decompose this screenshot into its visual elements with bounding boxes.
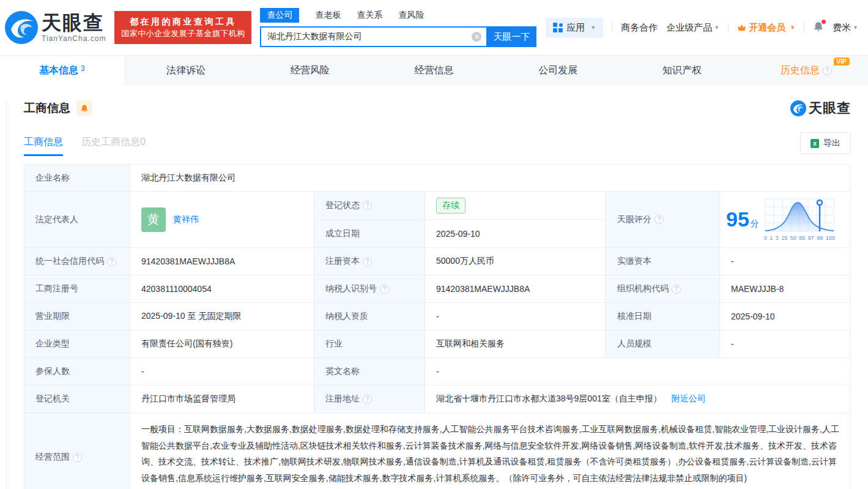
- nav-enterprise-products[interactable]: 企业级产品 ▼: [666, 22, 719, 34]
- help-icon[interactable]: ?: [363, 395, 372, 404]
- nearby-companies-link[interactable]: 附近公司: [672, 394, 706, 405]
- industry-value: 互联网和相关服务: [425, 330, 606, 357]
- chevron-down-icon: ▼: [853, 24, 858, 31]
- promo-banner: 都在用的商业查询工具 国家中小企业发展子基金旗下机构: [114, 11, 251, 44]
- section-title: 工商信息: [24, 100, 70, 116]
- vip-badge: VIP: [834, 58, 850, 65]
- industry-label: 行业: [314, 330, 425, 357]
- business-term-value: 2025-09-10 至 无固定期限: [130, 303, 314, 330]
- help-icon[interactable]: ?: [107, 257, 116, 266]
- apps-menu-button[interactable]: 应用 ▼: [546, 18, 603, 38]
- search-input[interactable]: [260, 26, 486, 47]
- business-scope-value: 一般项目：互联网数据服务,大数据服务,数据处理服务,数据处理和存储支持服务,人工…: [130, 413, 850, 489]
- chevron-down-icon: ▼: [590, 24, 596, 31]
- business-scope-label: 经营范围?: [24, 413, 130, 489]
- search-tab-company[interactable]: 查公司: [260, 8, 299, 23]
- tianyancha-watermark: 天眼查: [790, 99, 851, 118]
- legal-rep-value: 黄 黄祥伟: [130, 192, 314, 247]
- reg-authority-label: 登记机关: [24, 386, 130, 412]
- subtab-business-info[interactable]: 工商信息: [24, 136, 63, 156]
- promo-line2: 国家中小企业发展子基金旗下机构: [121, 28, 245, 40]
- legal-rep-label: 法定代表人: [24, 192, 130, 247]
- excel-icon: x: [811, 139, 819, 148]
- company-type-label: 企业类型: [24, 330, 130, 357]
- help-icon[interactable]: ?: [380, 285, 389, 294]
- establish-date-value: 2025-09-10: [425, 220, 606, 247]
- reg-number-value: 420381110004054: [130, 275, 314, 302]
- tab-operation-risk[interactable]: 经营风险: [248, 56, 372, 86]
- top-header: 天眼查 TianYanCha.com 都在用的商业查询工具 国家中小企业发展子基…: [0, 0, 868, 55]
- bell-icon: [80, 104, 89, 113]
- tab-legal-litigation[interactable]: 法律诉讼: [124, 56, 248, 86]
- search-tab-boss[interactable]: 查老板: [315, 8, 341, 23]
- nav-open-vip[interactable]: 开通会员 ▼: [737, 22, 795, 34]
- export-button[interactable]: x 导出: [800, 132, 851, 154]
- staff-size-label: 人员规模: [606, 330, 719, 357]
- score-label: 天眼评分?: [606, 192, 719, 247]
- search-tab-relation[interactable]: 查关系: [357, 8, 382, 23]
- reg-capital-label: 注册资本?: [314, 248, 425, 275]
- nav-user-menu[interactable]: 费米 ▼: [833, 22, 858, 34]
- tab-intellectual-property[interactable]: 知识产权: [620, 56, 744, 86]
- tab-company-development[interactable]: 公司发展: [496, 56, 620, 86]
- divider: [612, 23, 612, 32]
- apps-label: 应用: [566, 22, 585, 34]
- search-block: 查公司 查老板 查关系 查风险 ✕ 天眼一下: [260, 8, 536, 47]
- taxpayer-quality-value: -: [425, 303, 606, 330]
- business-term-label: 营业期限: [24, 303, 130, 330]
- credit-code-value: 91420381MAEWJJJB8A: [130, 248, 314, 275]
- score-axis-ticks: 0131550859799100: [764, 235, 835, 241]
- search-tabs: 查公司 查老板 查关系 查风险: [260, 8, 536, 23]
- paid-capital-value: -: [720, 248, 850, 275]
- search-button[interactable]: 天眼一下: [486, 26, 536, 47]
- score-value: 95分 013155085979: [720, 192, 850, 247]
- org-code-label: 组织机构代码?: [606, 275, 719, 302]
- help-icon[interactable]: ?: [73, 453, 82, 462]
- tab-count: 3: [81, 64, 85, 73]
- taxpayer-id-value: 91420381MAEWJJJB8A: [425, 275, 606, 302]
- company-detail-tabs: 基本信息 3 法律诉讼 经营风险 经营信息 公司发展 知识产权 VIP 历史信息…: [0, 55, 868, 86]
- tab-basic-info[interactable]: 基本信息 3: [0, 56, 124, 86]
- score-number: 95: [726, 207, 749, 231]
- reg-address-label: 注册地址?: [314, 386, 425, 412]
- taxpayer-quality-label: 纳税人资质: [314, 303, 425, 330]
- legal-rep-avatar[interactable]: 黄: [141, 207, 166, 232]
- help-icon[interactable]: ?: [655, 215, 664, 224]
- help-icon[interactable]: ?: [823, 66, 832, 75]
- tab-history-info[interactable]: VIP 历史信息 ?: [744, 56, 868, 86]
- tab-operation-info[interactable]: 经营信息: [372, 56, 496, 86]
- credit-code-label: 统一社会信用代码?: [24, 248, 130, 275]
- legal-rep-link[interactable]: 黄祥伟: [173, 214, 199, 225]
- brand-name: 天眼查: [42, 12, 106, 33]
- search-tab-risk[interactable]: 查风险: [398, 8, 424, 23]
- help-icon[interactable]: ?: [363, 201, 372, 210]
- company-name-label: 企业名称: [24, 165, 130, 191]
- username: 费米: [833, 22, 851, 34]
- subtab-history-business-info[interactable]: 历史工商信息0: [81, 136, 146, 156]
- company-name-value: 湖北丹江大数据有限公司: [130, 165, 850, 191]
- notification-dot: [822, 20, 826, 24]
- notification-bell-icon[interactable]: [813, 21, 824, 34]
- reg-status-value: 存续: [425, 192, 606, 219]
- english-name-label: 英文名称: [314, 358, 425, 385]
- tianyancha-logo[interactable]: 天眼查 TianYanCha.com: [5, 11, 106, 44]
- approval-date-value: 2025-09-10: [720, 303, 850, 330]
- approval-date-label: 核准日期: [606, 303, 719, 330]
- divider: [728, 23, 729, 32]
- score-unit: 分: [751, 218, 759, 228]
- reg-capital-value: 50000万人民币: [425, 248, 606, 275]
- status-badge: 存续: [436, 198, 466, 214]
- reg-address-value: 湖北省十堰市丹江口市水都大道38号9层001室（自主申报） 附近公司: [425, 386, 850, 412]
- help-icon[interactable]: ?: [672, 285, 681, 294]
- nav-business-cooperation[interactable]: 商务合作: [621, 22, 658, 34]
- promo-line1: 都在用的商业查询工具: [121, 15, 245, 28]
- monitor-bell-button[interactable]: [76, 100, 92, 116]
- chevron-down-icon: ▼: [714, 24, 719, 31]
- org-code-value: MAEWJJJB-8: [720, 275, 850, 302]
- tianyancha-logo-icon: [790, 100, 806, 116]
- business-info-section: 工商信息 天眼查 工商信息 历史工商信息0 x 导出 企业名称 湖北丹江大数据有…: [6, 99, 868, 489]
- staff-size-value: -: [720, 330, 850, 357]
- establish-date-label: 成立日期: [314, 220, 425, 247]
- score-chart: 0131550859799100: [764, 198, 835, 241]
- help-icon[interactable]: ?: [363, 257, 372, 266]
